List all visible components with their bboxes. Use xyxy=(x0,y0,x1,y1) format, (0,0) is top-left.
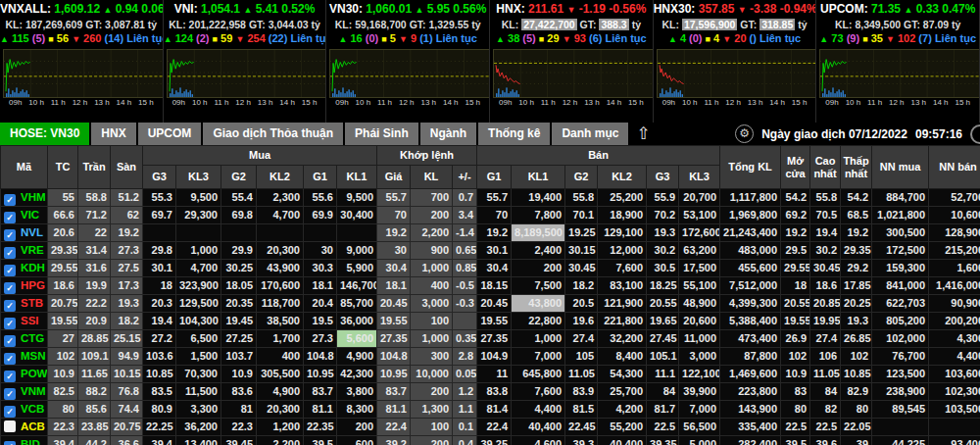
cell: 29.2 xyxy=(841,260,872,277)
cell: 68.5 xyxy=(841,207,872,224)
col-header-buy-kl1[interactable]: KL1 xyxy=(337,166,377,189)
ticker-symbol[interactable]: VHM xyxy=(21,191,46,203)
cell: 51.2 xyxy=(111,189,143,207)
row-checkbox-VIC[interactable]: ✓ xyxy=(4,212,16,223)
tab-upcom[interactable]: UPCOM xyxy=(138,123,202,145)
row-checkbox-KDH[interactable]: ✓ xyxy=(4,265,16,276)
tab-ph-i-sinh[interactable]: Phái Sinh xyxy=(345,123,418,145)
col-header-ma[interactable]: Mã xyxy=(1,146,48,189)
col-header-tran[interactable]: Trần xyxy=(78,146,111,189)
cell: 102 xyxy=(48,348,78,366)
cell: 1,000 xyxy=(411,330,453,348)
ticker-symbol[interactable]: VNM xyxy=(21,385,46,397)
row-checkbox-CTG[interactable]: ✓ xyxy=(4,335,16,347)
cell: 1,000 xyxy=(512,330,565,348)
tab-giao-d-ch-th-a-thu-n[interactable]: Giao dịch Thỏa thuận xyxy=(203,123,343,145)
clipped-icon[interactable] xyxy=(970,124,980,144)
cell: 1,000 xyxy=(411,260,453,277)
col-header-thapnhat[interactable]: Thấp nhất xyxy=(841,146,872,189)
cell: 44.2 xyxy=(78,436,111,445)
row-checkbox-MSN[interactable]: ✓ xyxy=(4,353,16,365)
row-checkbox-VHM[interactable]: ✓ xyxy=(4,194,16,206)
row-checkbox-VRE[interactable]: ✓ xyxy=(4,247,16,259)
cell: 0.65 xyxy=(453,242,477,260)
table-row-MSN: ✓MSN102109.194.9103.61,500103.7400104.84… xyxy=(1,348,980,366)
col-header-gia[interactable]: Giá xyxy=(377,166,411,189)
cell: 805,200 xyxy=(872,313,929,330)
row-checkbox-VCB[interactable]: ✓ xyxy=(4,406,16,418)
session-status: Liên tục xyxy=(436,32,477,44)
row-checkbox-SSI[interactable]: ✓ xyxy=(4,318,16,329)
ticker-symbol[interactable]: HPG xyxy=(21,279,45,291)
cell: 39.3 xyxy=(565,436,598,445)
row-checkbox-POW[interactable]: ✓ xyxy=(4,371,16,382)
ticker-symbol[interactable]: VRE xyxy=(21,244,44,256)
row-checkbox-ACB[interactable] xyxy=(4,420,16,432)
ticker-symbol[interactable]: VCB xyxy=(21,403,44,415)
cell: 29,300 xyxy=(176,207,221,224)
collapse-arrow-icon[interactable]: ⇧ xyxy=(636,123,650,145)
col-header-buy-g3[interactable]: G3 xyxy=(143,166,176,189)
gear-icon[interactable]: ⚙ xyxy=(735,124,754,143)
tab-danh-m-c[interactable]: Danh mục xyxy=(552,123,628,145)
cell: 11 xyxy=(477,366,512,383)
ticker-symbol[interactable]: CTG xyxy=(21,332,44,344)
col-header-nnban[interactable]: NN bán xyxy=(929,146,980,189)
cell: 55.8 xyxy=(565,189,598,207)
cell: 83.7 xyxy=(304,383,337,401)
col-header-sell-g3[interactable]: G3 xyxy=(647,166,679,189)
col-header-sell-g2[interactable]: G2 xyxy=(565,166,598,189)
col-header-chg[interactable]: +/- xyxy=(453,166,477,189)
cell: 20.3 xyxy=(143,295,176,313)
col-header-buy-kl2[interactable]: KL2 xyxy=(257,166,304,189)
col-header-tongkl[interactable]: Tổng KL xyxy=(720,146,781,189)
tab-hnx[interactable]: HNX xyxy=(91,123,135,145)
cell: 129,500 xyxy=(176,295,221,313)
tab-th-ng-k-[interactable]: Thống kê xyxy=(478,123,550,145)
cell: 70.5 xyxy=(810,207,841,224)
col-header-buy-g1[interactable]: G1 xyxy=(304,166,337,189)
ticker-symbol[interactable]: NVL xyxy=(21,226,43,238)
row-checkbox-VNM[interactable]: ✓ xyxy=(4,388,16,400)
col-header-san[interactable]: Sàn xyxy=(111,146,143,189)
cell: 7,512,000 xyxy=(720,277,781,295)
col-header-nnmua[interactable]: NN mua xyxy=(872,146,929,189)
col-header-caonhat[interactable]: Cao nhất xyxy=(810,146,841,189)
col-header-buy-kl3[interactable]: KL3 xyxy=(176,166,221,189)
row-checkbox-NVL[interactable]: ✓ xyxy=(4,229,16,241)
ticker-symbol[interactable]: BID xyxy=(21,438,40,445)
cell xyxy=(872,419,929,436)
row-checkbox-STB[interactable]: ✓ xyxy=(4,300,16,312)
col-header-sell-kl2[interactable]: KL2 xyxy=(598,166,647,189)
row-checkbox-HPG[interactable]: ✓ xyxy=(4,282,16,294)
col-header-sell-g1[interactable]: G1 xyxy=(477,166,512,189)
index-kl: 8,349,500 xyxy=(855,19,901,30)
table-row-VRE: ✓VRE29.3531.427.329.81,00029.920,300309,… xyxy=(1,242,980,260)
cell: 10.85 xyxy=(143,366,176,383)
ticker-symbol[interactable]: SSI xyxy=(21,315,39,326)
ticker-symbol[interactable]: POW xyxy=(21,368,47,379)
ticker-symbol[interactable]: KDH xyxy=(21,262,45,273)
col-header-sell-kl3[interactable]: KL3 xyxy=(679,166,720,189)
ticker-symbol[interactable]: VIC xyxy=(21,209,39,221)
ticker-symbol[interactable]: MSN xyxy=(21,350,46,362)
ticker-symbol[interactable]: STB xyxy=(21,297,43,309)
col-header-buy-g2[interactable]: G2 xyxy=(221,166,257,189)
row-checkbox-BID[interactable]: ✓ xyxy=(4,441,16,445)
cell: 89,545 xyxy=(872,401,929,419)
table-row-KDH: ✓KDH29.5531.627.530.14,70030.2543,90030.… xyxy=(1,260,980,277)
cell: 30,400 xyxy=(337,207,377,224)
tab-ng-nh[interactable]: Ngành xyxy=(420,123,476,145)
cell: 22.25 xyxy=(143,419,176,436)
tab-hose-vn30[interactable]: HOSE: VN30 xyxy=(0,123,89,145)
col-header-kl[interactable]: KL xyxy=(411,166,453,189)
table-row-VCB: ✓VCB8085.674.480.93,3008120,30081.18,300… xyxy=(1,401,980,419)
ticker-symbol[interactable]: ACB xyxy=(21,420,45,432)
cell: 54.2 xyxy=(841,189,872,207)
cell: 172,500 xyxy=(872,242,929,260)
index-gt: 3,044.03 xyxy=(269,19,309,30)
col-header-mocua[interactable]: Mở cửa xyxy=(781,146,810,189)
col-header-sell-kl1[interactable]: KL1 xyxy=(512,166,565,189)
col-header-tc[interactable]: TC xyxy=(48,146,78,189)
cell: 27.45 xyxy=(647,330,679,348)
